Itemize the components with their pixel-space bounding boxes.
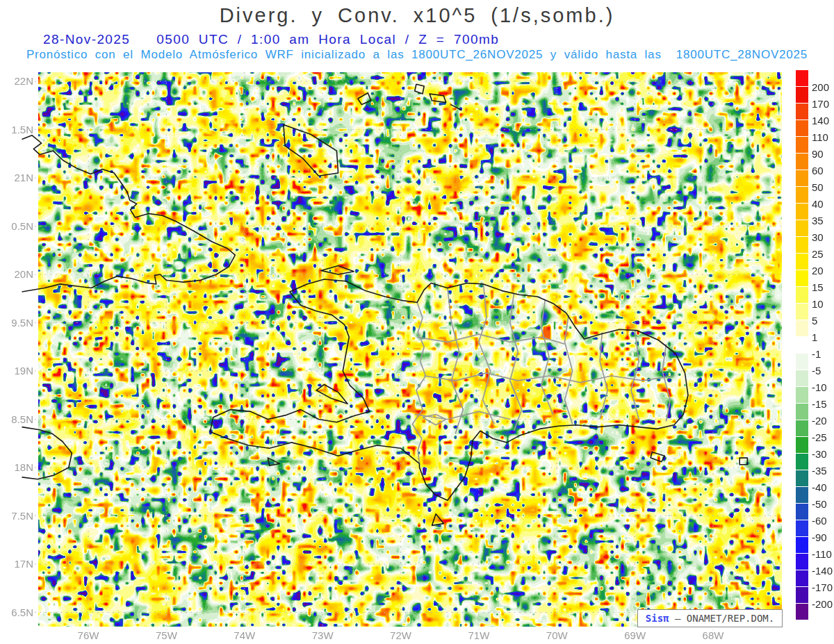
lat-tick-label: 0.5N xyxy=(1,220,33,233)
lat-tick-label: 8.5N xyxy=(1,413,33,426)
colorbar-tick-label: 140 xyxy=(812,114,829,127)
colorbar-swatch xyxy=(796,254,808,270)
lat-tick-label: 9.5N xyxy=(1,317,33,329)
colorbar-tick-label: -50 xyxy=(812,497,827,511)
lat-tick-label: 17N xyxy=(1,558,33,570)
colorbar-tick-label: -10 xyxy=(812,381,827,394)
lat-tick-label: 19N xyxy=(1,365,33,377)
attribution-brand: Sisπ xyxy=(646,613,669,624)
page-title: Diverg. y Conv. x10^5 (1/s,somb.) xyxy=(0,4,834,27)
datetime-subtitle: 28-Nov-2025 0500 UTC / 1:00 am Hora Loca… xyxy=(43,32,499,47)
colorbar-swatch xyxy=(796,470,808,486)
lon-tick-label: 68W xyxy=(692,629,734,642)
colorbar-tick-label: 50 xyxy=(812,181,824,194)
colorbar-swatch xyxy=(796,204,808,220)
colorbar-tick-label: -170 xyxy=(812,581,833,594)
colorbar-tick-label: 35 xyxy=(812,214,824,227)
lat-tick-label: 7.5N xyxy=(1,510,33,522)
lat-tick-label: 6.5N xyxy=(1,606,33,619)
colorbar-tick-label: 40 xyxy=(812,197,824,210)
colorbar-tick-label: 15 xyxy=(812,281,824,294)
colorbar-swatch xyxy=(796,420,808,436)
colorbar-swatch xyxy=(796,87,808,103)
colorbar-swatch xyxy=(796,504,808,520)
lat-tick-label: 18N xyxy=(1,461,33,474)
colorbar-swatch xyxy=(796,320,808,336)
colorbar-tick-label: -60 xyxy=(812,514,827,527)
lon-tick-label: 73W xyxy=(302,629,343,642)
colorbar-swatch xyxy=(796,537,808,553)
colorbar-tick-label: 200 xyxy=(812,81,829,94)
colorbar-swatch xyxy=(796,587,808,603)
colorbar-swatch xyxy=(796,104,808,119)
colorbar-tick-label: 1 xyxy=(812,331,817,344)
colorbar-swatch xyxy=(796,70,808,86)
lon-tick-label: 74W xyxy=(224,629,265,642)
lon-tick-label: 76W xyxy=(67,629,109,642)
colorbar-swatch xyxy=(796,404,808,420)
colorbar-tick-label: 110 xyxy=(812,131,828,144)
colorbar-tick-label: -20 xyxy=(812,414,827,427)
colorbar-tick-label: -30 xyxy=(812,447,827,461)
colorbar-tick-label: 170 xyxy=(812,97,829,110)
colorbar-tick-label: 60 xyxy=(812,164,824,177)
attribution-text: — ONAMET/REP.DOM. xyxy=(669,613,775,624)
colorbar-tick-label: -40 xyxy=(812,481,827,494)
colorbar-swatch xyxy=(796,270,808,286)
colorbar-tick-label: 20 xyxy=(812,264,824,277)
wrf-divergence-map-page: Diverg. y Conv. x10^5 (1/s,somb.) 28-Nov… xyxy=(0,0,834,644)
colorbar-swatch xyxy=(796,237,808,253)
colorbar-swatch xyxy=(796,454,808,470)
lon-tick-label: 69W xyxy=(614,629,656,642)
lon-tick-label: 72W xyxy=(380,629,422,642)
colorbar-tick-label: -110 xyxy=(812,547,832,561)
colorbar-swatch xyxy=(796,137,808,153)
colorbar-swatch xyxy=(796,387,808,403)
colorbar-tick-label: 30 xyxy=(812,231,824,244)
colorbar-swatch xyxy=(796,570,808,586)
colorbar-tick-label: -35 xyxy=(812,464,827,477)
colorbar-tick-label: 5 xyxy=(812,314,817,327)
colorbar-swatch xyxy=(796,604,808,620)
divergence-field-canvas xyxy=(38,72,782,627)
lon-tick-label: 75W xyxy=(145,629,187,642)
colorbar-swatch xyxy=(796,554,808,570)
colorbar-tick-label: 10 xyxy=(812,297,824,311)
colorbar-tick-label: -140 xyxy=(812,564,833,577)
colorbar-swatch xyxy=(796,287,808,303)
colorbar-swatch xyxy=(796,437,808,453)
colorbar-tick-label: -200 xyxy=(812,597,833,611)
colorbar-tick-label: -1 xyxy=(812,347,821,361)
colorbar-swatch xyxy=(796,487,808,503)
colorbar-swatch xyxy=(796,154,808,170)
lon-tick-label: 71W xyxy=(458,629,500,642)
colorbar-swatch xyxy=(796,520,808,536)
colorbar-tick-label: -5 xyxy=(812,364,821,377)
colorbar-swatch xyxy=(796,304,808,320)
colorbar-swatch xyxy=(796,120,808,136)
colorbar-tick-label: 25 xyxy=(812,247,824,261)
lon-tick-label: 70W xyxy=(536,629,578,642)
lat-tick-label: 22N xyxy=(1,75,33,88)
colorbar-tick-label: 90 xyxy=(812,147,824,160)
colorbar-tick-label: -25 xyxy=(812,431,827,444)
colorbar-swatch xyxy=(796,337,808,353)
colorbar-swatch xyxy=(796,187,808,203)
lat-tick-label: 1.5N xyxy=(1,124,33,136)
colorbar-swatch xyxy=(796,370,808,386)
colorbar-tick-label: -90 xyxy=(812,531,827,544)
lat-tick-label: 21N xyxy=(1,172,33,184)
attribution-box: Sisπ — ONAMET/REP.DOM. xyxy=(637,609,783,627)
colorbar-swatch xyxy=(796,170,808,186)
colorbar-swatch xyxy=(796,354,808,370)
model-subtitle: Pronóstico con el Modelo Atmósferico WRF… xyxy=(0,48,834,62)
colorbar-tick-label: -15 xyxy=(812,397,827,411)
colorbar-swatch xyxy=(796,220,808,236)
lat-tick-label: 20N xyxy=(1,268,33,281)
